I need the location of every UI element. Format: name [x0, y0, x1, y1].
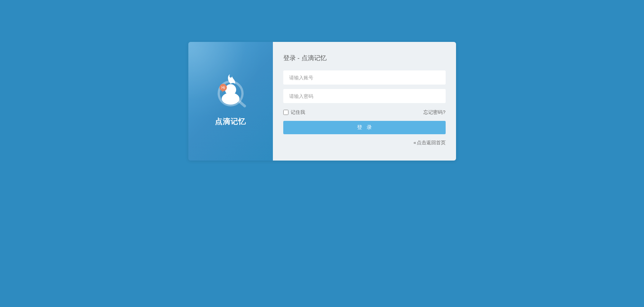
chevron-left-double-icon: « [413, 140, 416, 145]
brand-logo-icon: Hi [212, 73, 249, 110]
remember-me-label: 记住我 [291, 109, 305, 116]
form-panel: 登录 - 点滴记忆 记住我 忘记密码? 登录 «点击返回首页 [273, 42, 456, 161]
hi-badge-text: Hi [221, 86, 225, 90]
username-input[interactable] [283, 70, 446, 85]
panel-title: 登录 - 点滴记忆 [283, 54, 446, 62]
brand-name: 点滴记忆 [215, 116, 246, 126]
password-input[interactable] [283, 89, 446, 103]
back-link-row: «点击返回首页 [283, 139, 446, 146]
back-home-label: 点击返回首页 [417, 140, 446, 145]
remember-me-checkbox[interactable] [283, 110, 288, 115]
login-container: Hi 点滴记忆 登录 - 点滴记忆 记住我 忘记密码? 登录 «点击返回首页 [188, 42, 456, 161]
login-button[interactable]: 登录 [283, 121, 446, 134]
forgot-password-link[interactable]: 忘记密码? [423, 109, 445, 116]
back-home-link[interactable]: «点击返回首页 [413, 140, 445, 145]
logo-wrap: Hi 点滴记忆 [212, 73, 249, 126]
svg-point-3 [225, 84, 236, 95]
remember-me-wrap[interactable]: 记住我 [283, 109, 305, 116]
svg-line-1 [240, 102, 245, 106]
options-row: 记住我 忘记密码? [283, 109, 446, 116]
brand-panel: Hi 点滴记忆 [188, 42, 273, 161]
